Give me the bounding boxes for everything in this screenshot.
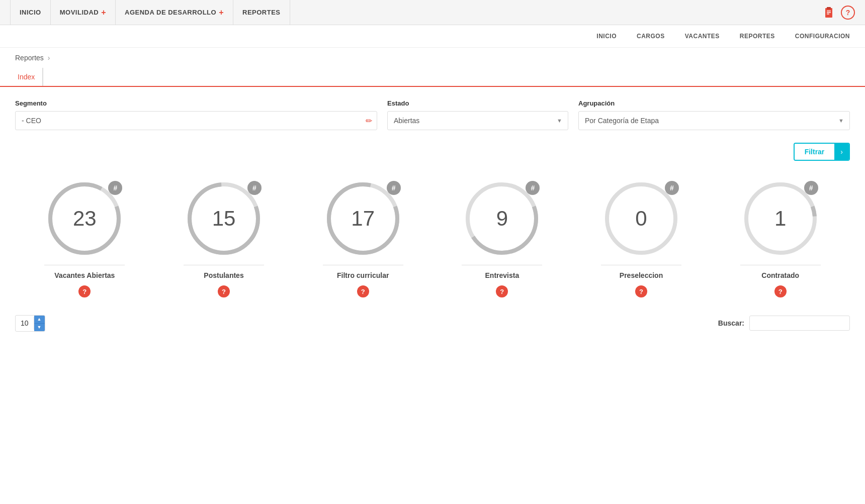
circle-vacantes-abiertas[interactable]: 23 # (44, 178, 125, 259)
filtrar-button[interactable]: Filtrar › (794, 143, 850, 161)
page-size-container: 10 ▲ ▼ (15, 315, 45, 332)
stats-section: 23 # Vacantes Abiertas ? 15 # Postulante… (0, 163, 865, 308)
divider-contratado (740, 265, 821, 265)
help-badge-filtro[interactable]: ? (357, 285, 369, 297)
filters-section: Segmento ✏ Estado Abiertas Cerradas Toda… (0, 87, 865, 138)
bottom-controls: 10 ▲ ▼ Buscar: (0, 308, 865, 339)
stat-number-postulantes: 15 (212, 207, 236, 231)
help-badge-entrevista[interactable]: ? (496, 285, 508, 297)
breadcrumb-chevron-icon: › (48, 54, 50, 62)
page-size-up[interactable]: ▲ (34, 316, 45, 324)
svg-rect-4 (827, 14, 829, 15)
movilidad-plus-icon: + (101, 8, 106, 17)
circle-postulantes[interactable]: 15 # (184, 178, 264, 259)
stat-number-vacantes: 23 (73, 207, 97, 231)
sub-nav-reportes[interactable]: REPORTES (740, 33, 775, 40)
page-size-arrows: ▲ ▼ (34, 316, 45, 331)
segmento-input[interactable] (15, 111, 377, 130)
segmento-label: Segmento (15, 99, 377, 107)
stat-number-entrevista: 9 (496, 207, 508, 231)
divider-vacantes (44, 265, 125, 265)
sub-nav-cargos[interactable]: CARGOS (637, 33, 665, 40)
svg-rect-2 (827, 11, 831, 12)
hash-badge-preseleccion: # (665, 181, 679, 195)
page-size-combined[interactable]: 10 ▲ ▼ (15, 315, 45, 332)
stat-vacantes-abiertas: 23 # Vacantes Abiertas ? (15, 178, 154, 297)
top-nav-items: INICIO MOVILIDAD + AGENDA DE DESARROLLO … (10, 0, 290, 25)
circle-entrevista[interactable]: 9 # (462, 178, 542, 259)
top-nav: INICIO MOVILIDAD + AGENDA DE DESARROLLO … (0, 0, 865, 25)
estado-select[interactable]: Abiertas Cerradas Todas (387, 111, 568, 130)
agrupacion-select[interactable]: Por Categoría de Etapa Por Cargo Por Áre… (578, 111, 850, 130)
filtrar-btn-arrow-icon: › (834, 144, 849, 160)
search-label: Buscar: (718, 319, 744, 327)
estado-select-wrapper: Abiertas Cerradas Todas (387, 111, 568, 130)
sub-nav-inicio[interactable]: INICIO (596, 33, 617, 40)
sub-nav: INICIO CARGOS VACANTES REPORTES CONFIGUR… (0, 25, 865, 48)
filter-estado-group: Estado Abiertas Cerradas Todas (387, 99, 568, 130)
stat-label-contratado: Contratado (761, 271, 799, 279)
search-container: Buscar: (718, 316, 850, 331)
segmento-input-container: ✏ (15, 111, 377, 130)
clipboard-icon[interactable] (822, 6, 836, 20)
nav-label-inicio: INICIO (20, 9, 41, 16)
page-size-value: 10 (16, 317, 34, 330)
tabs-container: Index (0, 68, 865, 87)
stat-label-filtro: Filtro curricular (337, 271, 389, 279)
stat-number-preseleccion: 0 (635, 207, 647, 231)
search-input[interactable] (749, 316, 850, 331)
agenda-plus-icon: + (219, 8, 224, 17)
estado-label: Estado (387, 99, 568, 107)
filter-agrupacion-group: Agrupación Por Categoría de Etapa Por Ca… (578, 99, 850, 130)
filtrar-btn-container: Filtrar › (0, 138, 865, 163)
stat-contratado: 1 # Contratado ? (711, 178, 850, 297)
stat-filtro-curricular: 17 # Filtro curricular ? (293, 178, 432, 297)
stat-preseleccion: 0 # Preseleccion ? (572, 178, 711, 297)
circle-filtro[interactable]: 17 # (323, 178, 403, 259)
nav-label-reportes: REPORTES (242, 9, 281, 16)
stat-number-filtro: 17 (351, 207, 375, 231)
help-badge-contratado[interactable]: ? (774, 285, 787, 297)
hash-badge-postulantes: # (247, 181, 262, 195)
stat-label-entrevista: Entrevista (485, 271, 520, 279)
sub-nav-vacantes[interactable]: VACANTES (685, 33, 720, 40)
divider-filtro (323, 265, 403, 265)
nav-item-reportes[interactable]: REPORTES (233, 0, 290, 25)
stat-number-contratado: 1 (774, 207, 786, 231)
stat-label-postulantes: Postulantes (204, 271, 243, 279)
nav-item-agenda[interactable]: AGENDA DE DESARROLLO + (116, 0, 233, 25)
stat-label-vacantes: Vacantes Abiertas (54, 271, 115, 279)
stat-label-preseleccion: Preseleccion (620, 271, 663, 279)
nav-item-inicio[interactable]: INICIO (10, 0, 51, 25)
circle-preseleccion[interactable]: 0 # (601, 178, 681, 259)
page-size-down[interactable]: ▼ (34, 324, 45, 331)
breadcrumb: Reportes › (0, 48, 865, 68)
svg-rect-1 (827, 7, 831, 9)
filters-row: Segmento ✏ Estado Abiertas Cerradas Toda… (15, 99, 850, 130)
divider-postulantes (184, 265, 264, 265)
help-badge-postulantes[interactable]: ? (218, 285, 230, 297)
pencil-icon[interactable]: ✏ (366, 116, 372, 126)
filter-segmento-group: Segmento ✏ (15, 99, 377, 130)
nav-label-movilidad: MOVILIDAD (60, 9, 99, 16)
stat-entrevista: 9 # Entrevista ? (432, 178, 572, 297)
divider-preseleccion (601, 265, 681, 265)
tab-index[interactable]: Index (15, 68, 43, 86)
circle-contratado[interactable]: 1 # (740, 178, 821, 259)
agrupacion-select-wrapper: Por Categoría de Etapa Por Cargo Por Áre… (578, 111, 850, 130)
help-badge-vacantes[interactable]: ? (78, 285, 91, 297)
filtrar-btn-text: Filtrar (795, 144, 835, 160)
nav-label-agenda: AGENDA DE DESARROLLO (125, 9, 216, 16)
top-nav-right-icons: ? (822, 6, 855, 20)
hash-badge-contratado: # (804, 181, 818, 195)
sub-nav-configuracion[interactable]: CONFIGURACION (795, 33, 850, 40)
breadcrumb-reportes[interactable]: Reportes (15, 54, 44, 62)
nav-item-movilidad[interactable]: MOVILIDAD + (51, 0, 116, 25)
stat-postulantes: 15 # Postulantes ? (154, 178, 294, 297)
svg-rect-3 (827, 12, 831, 13)
help-icon[interactable]: ? (841, 6, 855, 20)
divider-entrevista (462, 265, 542, 265)
help-badge-preseleccion[interactable]: ? (635, 285, 647, 297)
agrupacion-label: Agrupación (578, 99, 850, 107)
hash-badge-filtro: # (387, 181, 401, 195)
